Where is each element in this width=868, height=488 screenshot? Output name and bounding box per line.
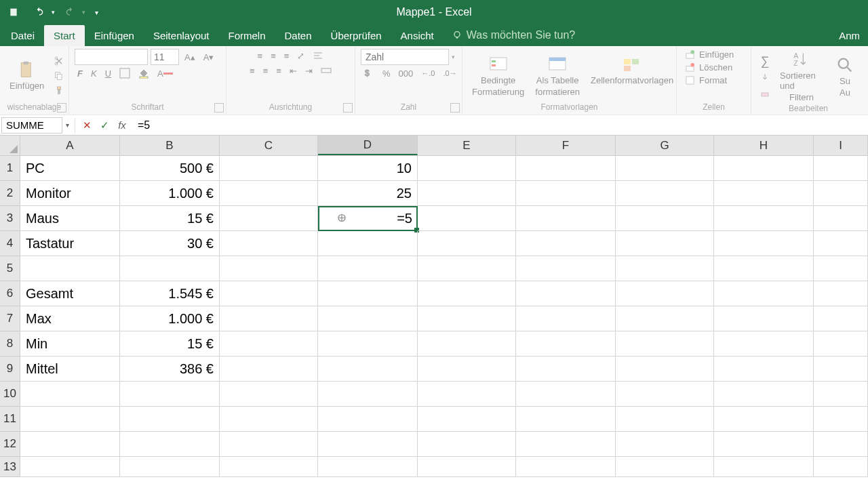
paste-button[interactable]: Einfügen [5,59,48,92]
cell-h12[interactable] [714,432,814,457]
cell-b8[interactable]: 15 € [120,331,220,357]
font-color-button[interactable]: A [155,67,176,80]
cell-h6[interactable] [714,281,814,306]
cell-h9[interactable] [714,357,814,382]
cell-h2[interactable] [714,181,814,206]
cell-g10[interactable] [616,382,714,407]
row-header-9[interactable]: 9 [0,357,20,382]
comma-button[interactable]: 000 [396,67,416,80]
align-middle-button[interactable]: ≡ [268,49,279,62]
cell-i11[interactable] [814,407,868,432]
cell-c8[interactable] [220,331,318,357]
col-header-f[interactable]: F [516,136,616,155]
accounting-format-button[interactable]: $ [361,66,377,80]
name-box[interactable]: SUMME [1,117,62,134]
cell-e10[interactable] [418,382,516,407]
cell-a7[interactable]: Max [20,306,120,331]
orientation-button[interactable]: ⤢ [294,49,307,62]
cell-d3[interactable]: =5 [318,206,418,231]
cell-i5[interactable] [814,256,868,281]
cell-a4[interactable]: Tastatur [20,231,120,256]
tab-einfuegen[interactable]: Einfügen [85,25,144,46]
col-header-b[interactable]: B [120,136,220,155]
cell-f8[interactable] [516,331,616,357]
increase-indent-button[interactable]: ⇥ [302,64,315,77]
tab-seitenlayout[interactable]: Seitenlayout [144,25,219,46]
cell-i12[interactable] [814,432,868,457]
cell-g3[interactable] [616,206,714,231]
cell-e5[interactable] [418,256,516,281]
cell-g5[interactable] [616,256,714,281]
cell-b9[interactable]: 386 € [120,357,220,382]
autosum-button[interactable]: ∑ [757,53,773,70]
tab-ueberpruefen[interactable]: Überprüfen [321,25,391,46]
cell-b3[interactable]: 15 € [120,206,220,231]
col-header-i[interactable]: I [814,136,868,155]
redo-button[interactable] [60,4,79,20]
cell-b11[interactable] [120,407,220,432]
col-header-h[interactable]: H [714,136,814,155]
cell-f4[interactable] [516,231,616,256]
decrease-font-button[interactable]: A▾ [201,51,217,64]
cell-d2[interactable]: 25 [318,181,418,206]
cell-c9[interactable] [220,357,318,382]
cell-a5[interactable] [20,256,120,281]
italic-button[interactable]: K [88,67,100,80]
clipboard-launcher-icon[interactable] [57,103,66,113]
cell-d11[interactable] [318,407,418,432]
cell-h8[interactable] [714,331,814,357]
cell-h4[interactable] [714,231,814,256]
copy-button[interactable] [51,69,67,83]
tab-start[interactable]: Start [44,25,85,46]
row-header-7[interactable]: 7 [0,306,20,331]
cell-g13[interactable] [616,457,714,477]
format-as-table-button[interactable]: Als Tabelle formatieren [531,54,584,98]
number-launcher-icon[interactable] [450,103,460,113]
insert-function-button[interactable]: fx [113,117,131,134]
align-bottom-button[interactable]: ≡ [281,49,292,62]
sort-filter-button[interactable]: AZ Sortieren und Filtern [776,49,827,104]
select-all-corner[interactable] [0,136,20,156]
cell-e11[interactable] [418,407,516,432]
cell-h7[interactable] [714,306,814,331]
undo-dropdown-icon[interactable]: ▾ [52,9,55,16]
col-header-g[interactable]: G [616,136,714,155]
clear-button[interactable] [757,86,773,100]
cell-b1[interactable]: 500 € [120,156,220,181]
wrap-text-button[interactable] [310,49,326,62]
cell-i9[interactable] [814,357,868,382]
cell-f6[interactable] [516,281,616,306]
cell-d5[interactable] [318,256,418,281]
align-center-button[interactable]: ≡ [260,64,271,77]
cell-d12[interactable] [318,432,418,457]
cell-c3[interactable] [220,206,318,231]
row-header-4[interactable]: 4 [0,231,20,256]
undo-button[interactable] [30,4,49,20]
cell-i6[interactable] [814,281,868,306]
cell-e7[interactable] [418,306,516,331]
decrease-indent-button[interactable]: ⇤ [287,64,300,77]
cell-c1[interactable] [220,156,318,181]
cell-a3[interactable]: Maus [20,206,120,231]
cell-e12[interactable] [418,432,516,457]
percent-button[interactable]: % [380,67,393,80]
col-header-c[interactable]: C [220,136,318,155]
font-size-input[interactable] [151,49,179,65]
cell-c5[interactable] [220,256,318,281]
format-painter-button[interactable] [51,84,67,98]
name-box-dropdown-icon[interactable]: ▾ [62,121,72,129]
cell-g11[interactable] [616,407,714,432]
cell-e3[interactable] [418,206,516,231]
align-right-button[interactable]: ≡ [273,64,284,77]
number-format-input[interactable] [361,49,449,65]
cell-a11[interactable] [20,407,120,432]
redo-dropdown-icon[interactable]: ▾ [82,9,85,16]
cell-a6[interactable]: Gesamt [20,281,120,306]
signin-link[interactable]: Anm [831,25,868,46]
formula-input[interactable]: =5 [131,119,868,131]
cell-h13[interactable] [714,457,814,477]
cell-g4[interactable] [616,231,714,256]
border-button[interactable] [117,66,133,80]
row-header-10[interactable]: 10 [0,382,20,407]
cut-button[interactable] [51,54,67,68]
